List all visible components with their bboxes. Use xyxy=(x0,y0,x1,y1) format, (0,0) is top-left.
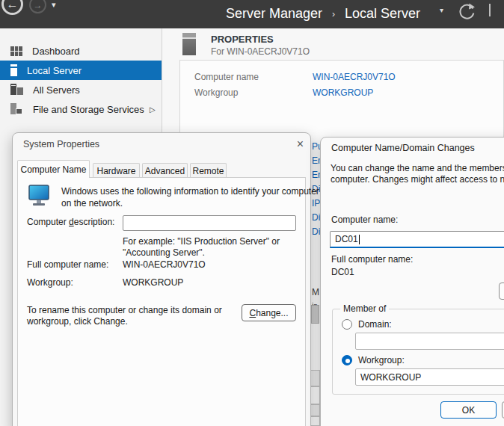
text-caret xyxy=(359,235,360,244)
close-icon[interactable]: × xyxy=(297,138,304,150)
notifications-flag-icon[interactable] xyxy=(489,4,491,16)
sidebar-item-label: Local Server xyxy=(27,65,82,76)
server-tower-icon xyxy=(10,64,17,76)
member-of-groupbox: Member of Domain: Workgroup: WORKGROUP xyxy=(332,309,504,395)
dialog-intro-line2: computer. Changes might affect access to… xyxy=(331,174,504,185)
prop-link-workgroup[interactable]: WORKGROUP xyxy=(313,87,373,98)
intro-text-line1: Windows uses the following information t… xyxy=(61,186,319,197)
clipped-prop-value: Di xyxy=(312,226,320,237)
sidebar-item-label: File and Storage Services xyxy=(33,104,144,115)
properties-server-icon xyxy=(182,33,196,55)
computer-description-input[interactable] xyxy=(123,215,296,231)
full-computer-name-label: Full computer name: xyxy=(27,259,108,270)
breadcrumb: Server Manager › Local Server xyxy=(226,3,420,24)
all-servers-icon xyxy=(10,84,23,96)
sidebar-item-file-storage-services[interactable]: File and Storage Services ▷ xyxy=(0,99,162,119)
computer-name-label: Computer name: xyxy=(331,214,398,225)
clipped-background-row xyxy=(310,416,320,426)
member-of-label: Member of xyxy=(340,303,389,314)
clipped-prop-value: IP xyxy=(312,198,320,209)
example-text-line1: For example: "IIS Production Server" or xyxy=(123,236,280,247)
expand-chevron-icon[interactable]: ▷ xyxy=(150,105,156,114)
rename-hint-line1: To rename this computer or change its do… xyxy=(27,305,222,315)
manage-dropdown-caret-icon[interactable]: ▾ xyxy=(440,6,443,14)
example-text-line2: "Accounting Server". xyxy=(123,247,205,258)
tab-computer-name[interactable]: Computer Name xyxy=(17,160,90,178)
prop-label-computer-name: Computer name xyxy=(194,72,259,82)
forward-arrow-icon: → xyxy=(34,0,43,10)
file-storage-icon xyxy=(10,103,23,115)
sidebar-item-all-servers[interactable]: All Servers xyxy=(0,80,162,99)
dialog-title: System Properties xyxy=(23,139,99,149)
full-computer-name-value: DC01 xyxy=(331,267,354,277)
prop-label-workgroup: Workgroup xyxy=(194,87,238,98)
sidebar-item-label: Dashboard xyxy=(32,46,80,57)
sidebar-item-local-server[interactable]: Local Server xyxy=(0,61,162,80)
clipped-prop-value: Di xyxy=(312,212,320,223)
more-button-clipped[interactable] xyxy=(499,283,504,300)
dialog-title: Computer Name/Domain Changes xyxy=(331,143,475,153)
dashboard-grid-icon xyxy=(10,46,22,56)
dialog-intro-line1: You can change the name and the membersh… xyxy=(331,163,504,173)
computer-name-input[interactable]: DC01 xyxy=(330,231,504,248)
computer-name-tab-panel: Windows uses the following information t… xyxy=(17,177,306,426)
back-arrow-icon: ← xyxy=(7,0,19,11)
tab-advanced[interactable]: Advanced xyxy=(142,163,188,178)
scrollbar-thumb[interactable] xyxy=(311,305,319,324)
change-button[interactable]: Change... xyxy=(242,304,296,321)
breadcrumb-separator-icon: › xyxy=(332,7,335,19)
sidebar-item-label: All Servers xyxy=(33,84,80,96)
titlebar-content: ← → ▾ Server Manager › Local Server ▾ xyxy=(0,0,504,28)
clipped-background-row xyxy=(310,370,320,386)
computer-name-domain-changes-dialog: Computer Name/Domain Changes You can cha… xyxy=(320,137,504,426)
full-computer-name-label: Full computer name: xyxy=(331,254,413,265)
domain-radio[interactable] xyxy=(342,319,352,330)
breadcrumb-current[interactable]: Local Server xyxy=(345,6,420,22)
clipped-background-row xyxy=(310,386,320,404)
domain-radio-label[interactable]: Domain: xyxy=(358,319,392,330)
intro-text-line2: on the network. xyxy=(61,198,123,209)
system-properties-dialog: System Properties × Computer Name Hardwa… xyxy=(12,132,311,426)
clipped-text: M xyxy=(312,287,319,297)
workgroup-radio[interactable] xyxy=(342,355,352,365)
full-computer-name-value: WIN-0AECRJ0V71O xyxy=(123,259,206,270)
ok-button[interactable]: OK xyxy=(440,401,497,419)
clipped-background-row xyxy=(310,404,320,416)
workgroup-value: WORKGROUP xyxy=(123,277,183,288)
refresh-icon[interactable] xyxy=(457,1,476,23)
breadcrumb-root[interactable]: Server Manager xyxy=(226,6,322,22)
workgroup-input[interactable]: WORKGROUP xyxy=(355,368,504,386)
monitor-icon xyxy=(28,185,49,209)
properties-tile-title: PROPERTIES xyxy=(211,34,274,45)
tab-hardware[interactable]: Hardware xyxy=(93,163,140,178)
prop-link-computer-name[interactable]: WIN-0AECRJ0V71O xyxy=(313,72,396,82)
domain-input[interactable] xyxy=(355,333,504,350)
rename-hint-line2: workgroup, click Change. xyxy=(27,316,128,327)
nav-dropdown-caret-icon[interactable]: ▾ xyxy=(52,0,56,10)
forward-button[interactable]: → xyxy=(29,0,46,13)
back-button[interactable]: ← xyxy=(1,0,23,15)
computer-description-label: Computer description: xyxy=(27,217,114,227)
properties-tile-subtitle: For WIN-0AECRJ0V71O xyxy=(211,46,310,57)
sidebar-item-dashboard[interactable]: Dashboard xyxy=(0,41,162,61)
workgroup-label: Workgroup: xyxy=(27,277,73,288)
tab-remote[interactable]: Remote xyxy=(190,163,227,178)
workgroup-radio-label[interactable]: Workgroup: xyxy=(358,355,405,365)
